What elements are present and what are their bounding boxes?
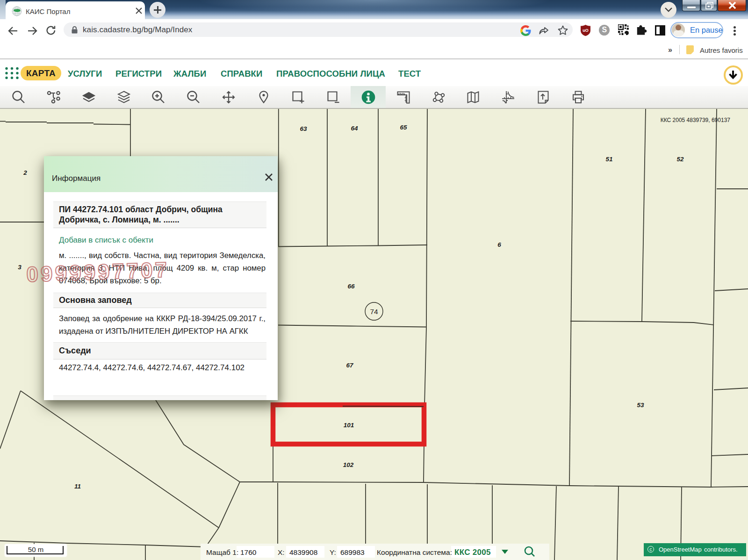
svg-text:64: 64 — [351, 125, 358, 132]
svg-text:2: 2 — [23, 169, 27, 176]
svg-text:11: 11 — [74, 483, 81, 490]
svg-text:53: 53 — [637, 402, 644, 409]
svg-text:52: 52 — [676, 156, 684, 163]
svg-text:ККС 2005 4839739, 690137: ККС 2005 4839739, 690137 — [661, 117, 731, 123]
svg-text:65: 65 — [400, 124, 407, 131]
svg-text:67: 67 — [346, 362, 354, 369]
svg-text:101: 101 — [344, 422, 354, 429]
svg-text:102: 102 — [343, 461, 354, 468]
svg-text:63: 63 — [300, 125, 307, 132]
svg-text:3: 3 — [18, 264, 22, 271]
svg-text:66: 66 — [347, 283, 355, 290]
svg-text:51: 51 — [605, 156, 612, 163]
svg-text:uO: uO — [583, 28, 589, 33]
svg-text:74: 74 — [370, 308, 378, 316]
svg-text:6: 6 — [497, 241, 501, 248]
